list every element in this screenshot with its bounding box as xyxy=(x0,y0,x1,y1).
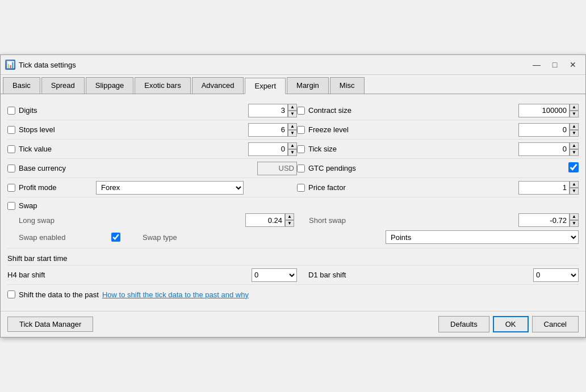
stops-level-checkbox[interactable] xyxy=(7,126,15,134)
maximize-button[interactable]: □ xyxy=(547,58,563,71)
minimize-button[interactable]: — xyxy=(529,58,545,71)
stops-spin-down[interactable]: ▼ xyxy=(288,130,297,137)
swap-checkbox[interactable] xyxy=(7,202,15,210)
short-swap-input[interactable] xyxy=(518,213,570,227)
tick-size-spin-up[interactable]: ▲ xyxy=(570,142,579,149)
tick-size-spinner-btns: ▲ ▼ xyxy=(570,142,579,156)
contract-spinner: ▲ ▼ xyxy=(518,104,579,117)
title-bar-left: 📊 Tick data settings xyxy=(5,60,76,70)
long-swap-spinner: ▲ ▼ xyxy=(245,213,294,227)
swap-enabled-label: Swap enabled xyxy=(7,233,93,242)
profit-mode-select[interactable]: Forex CFD Futures CFD Index CFD Leverage xyxy=(96,181,244,195)
d1-bar-shift-select[interactable]: 0 1 2 xyxy=(533,268,579,282)
swap-type-select[interactable]: Points Symbols Interest Interest Open xyxy=(386,230,579,244)
stops-level-input[interactable] xyxy=(248,123,288,137)
d1-bar-shift-label: D1 bar shift xyxy=(308,271,376,279)
profit-mode-label: Profit mode xyxy=(19,183,56,192)
tick-value-input[interactable] xyxy=(248,142,288,156)
digits-checkbox[interactable] xyxy=(7,107,15,115)
contract-size-input[interactable] xyxy=(518,104,570,117)
col-left-digits: Digits ▲ ▼ xyxy=(7,104,297,117)
base-currency-input-group xyxy=(257,162,297,175)
stops-spinner-btns: ▲ ▼ xyxy=(288,123,297,137)
close-button[interactable]: ✕ xyxy=(565,58,581,71)
content-area: Digits ▲ ▼ Contract size xyxy=(1,94,585,311)
shift-past-link[interactable]: How to shift the tick data to the past a… xyxy=(102,290,249,299)
gtc-checkbox-label: GTC pendings xyxy=(297,164,382,172)
long-swap-spin-up[interactable]: ▲ xyxy=(285,213,294,220)
freeze-level-checkbox[interactable] xyxy=(297,126,305,134)
long-swap-spinner-btns: ▲ ▼ xyxy=(285,213,294,227)
freeze-spin-up[interactable]: ▲ xyxy=(570,123,579,130)
swap-label: Swap xyxy=(19,201,37,210)
tick-value-checkbox-label: Tick value xyxy=(7,145,93,153)
digits-input[interactable] xyxy=(248,104,288,117)
tick-value-spinner-btns: ▲ ▼ xyxy=(288,142,297,156)
tab-exotic-bars[interactable]: Exotic bars xyxy=(135,77,190,94)
contract-size-checkbox[interactable] xyxy=(297,107,305,115)
digits-spin-up[interactable]: ▲ xyxy=(288,104,297,111)
swap-enabled-checkbox-wrapper xyxy=(96,233,136,242)
tab-slippage[interactable]: Slippage xyxy=(86,77,134,94)
tick-value-spinner: ▲ ▼ xyxy=(248,142,297,156)
short-swap-spinner-btns: ▲ ▼ xyxy=(570,213,579,227)
profit-mode-checkbox[interactable] xyxy=(7,184,15,192)
tab-margin[interactable]: Margin xyxy=(287,77,329,94)
defaults-button[interactable]: Defaults xyxy=(438,316,489,332)
tick-size-checkbox[interactable] xyxy=(297,145,305,153)
stops-spin-up[interactable]: ▲ xyxy=(288,123,297,130)
shift-past-checkbox[interactable] xyxy=(7,290,15,298)
tick-size-input[interactable] xyxy=(518,142,570,156)
profit-mode-checkbox-label: Profit mode xyxy=(7,183,93,192)
price-factor-spin-up[interactable]: ▲ xyxy=(570,181,579,188)
tab-advanced[interactable]: Advanced xyxy=(192,77,244,94)
contract-spin-up[interactable]: ▲ xyxy=(570,104,579,111)
gtc-pendings-checkbox[interactable] xyxy=(297,165,305,172)
digits-label: Digits xyxy=(19,106,37,115)
h4-select-wrapper: 0 1 2 xyxy=(252,268,297,282)
tick-value-spin-down[interactable]: ▼ xyxy=(288,149,297,156)
gtc-pendings-label: GTC pendings xyxy=(308,164,356,172)
col-right-price-factor: Price factor ▲ ▼ xyxy=(297,181,579,195)
col-left-h4: H4 bar shift 0 1 2 xyxy=(7,268,297,282)
short-swap-spin-up[interactable]: ▲ xyxy=(570,213,579,220)
contract-spin-down[interactable]: ▼ xyxy=(570,111,579,117)
base-currency-input[interactable] xyxy=(257,162,297,175)
freeze-spin-down[interactable]: ▼ xyxy=(570,130,579,137)
ok-button[interactable]: OK xyxy=(493,316,529,332)
price-factor-spinner-btns: ▲ ▼ xyxy=(570,181,579,195)
digits-spinner: ▲ ▼ xyxy=(248,104,297,117)
freeze-level-input[interactable] xyxy=(518,123,570,137)
h4-bar-shift-select[interactable]: 0 1 2 xyxy=(252,268,297,282)
swap-enabled-checkbox[interactable] xyxy=(111,233,120,242)
tab-spread[interactable]: Spread xyxy=(41,77,85,94)
price-factor-checkbox[interactable] xyxy=(297,184,305,192)
freeze-level-label: Freeze level xyxy=(308,125,349,134)
h4-bar-shift-label: H4 bar shift xyxy=(7,271,93,279)
title-bar: 📊 Tick data settings — □ ✕ xyxy=(1,55,585,75)
row-tick-value: Tick value ▲ ▼ Tick size xyxy=(7,140,579,159)
short-swap-spin-down[interactable]: ▼ xyxy=(570,220,579,227)
long-swap-label: Long swap xyxy=(7,216,93,225)
base-currency-checkbox-label: Base currency xyxy=(7,164,93,172)
long-swap-input[interactable] xyxy=(245,213,285,227)
freeze-checkbox-label: Freeze level xyxy=(297,125,382,134)
tick-value-spin-up[interactable]: ▲ xyxy=(288,142,297,149)
tab-basic[interactable]: Basic xyxy=(3,77,40,94)
tab-expert[interactable]: Expert xyxy=(245,78,286,94)
digits-spin-down[interactable]: ▼ xyxy=(288,111,297,117)
tick-value-checkbox[interactable] xyxy=(7,145,15,153)
window-title: Tick data settings xyxy=(19,61,76,69)
price-factor-label: Price factor xyxy=(308,183,346,192)
digits-checkbox-label: Digits xyxy=(7,106,93,115)
price-factor-input[interactable] xyxy=(518,181,570,195)
long-swap-spin-down[interactable]: ▼ xyxy=(285,220,294,227)
price-factor-spin-down[interactable]: ▼ xyxy=(570,188,579,195)
cancel-button[interactable]: Cancel xyxy=(532,316,579,332)
tick-size-spin-down[interactable]: ▼ xyxy=(570,149,579,156)
gtc-pendings-value-checkbox[interactable] xyxy=(568,162,579,172)
tick-data-manager-button[interactable]: Tick Data Manager xyxy=(7,317,93,332)
tab-misc[interactable]: Misc xyxy=(330,77,365,94)
base-currency-checkbox[interactable] xyxy=(7,165,15,172)
col-left-stops: Stops level ▲ ▼ xyxy=(7,123,297,137)
